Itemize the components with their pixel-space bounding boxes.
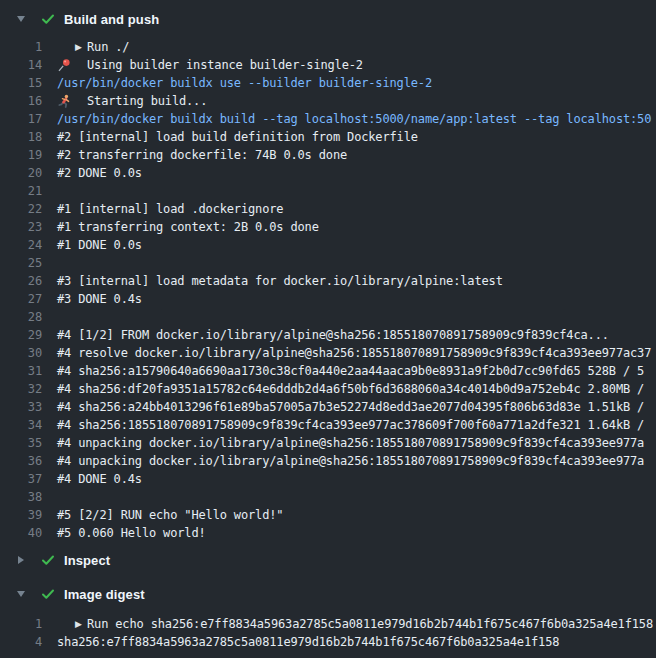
log-line: 22#1 [internal] load .dockerignore [0, 200, 656, 218]
run-arrow-icon[interactable]: ▶ [75, 38, 87, 56]
check-icon [40, 11, 56, 27]
check-icon [40, 586, 56, 602]
line-text: #4 unpacking docker.io/library/alpine@sh… [57, 454, 644, 468]
line-text-content: #4 [1/2] FROM docker.io/library/alpine@s… [57, 328, 609, 342]
line-text-content: #4 resolve docker.io/library/alpine@sha2… [57, 346, 651, 360]
line-number[interactable]: 17 [0, 112, 42, 126]
line-number[interactable]: 30 [0, 346, 42, 360]
line-text-content: #5 0.060 Hello world! [57, 526, 206, 540]
line-text: #5 0.060 Hello world! [57, 526, 206, 540]
line-number[interactable]: 20 [0, 166, 42, 180]
actions-log-viewer: { "colors": { "background": "#24292f", "… [0, 0, 656, 658]
line-number[interactable]: 29 [0, 328, 42, 342]
line-text-content: #1 [internal] load .dockerignore [57, 202, 283, 216]
line-text: Using builder instance builder-single-2 [57, 58, 363, 72]
log-line: 38 [0, 488, 656, 506]
section-log-lines: 1▶Run echo sha256:e7ff8834a5963a2785c5a0… [0, 615, 656, 651]
line-number[interactable]: 33 [0, 400, 42, 414]
line-number[interactable]: 26 [0, 274, 42, 288]
log-line: 15/usr/bin/docker buildx use --builder b… [0, 74, 656, 92]
line-number[interactable]: 34 [0, 418, 42, 432]
log-line: 33#4 sha256:a24bb4013296f61e89ba57005a7b… [0, 398, 656, 416]
line-number[interactable]: 21 [0, 184, 42, 198]
line-number[interactable]: 32 [0, 382, 42, 396]
runner-icon [57, 94, 71, 108]
line-number[interactable]: 31 [0, 364, 42, 378]
line-number[interactable]: 25 [0, 256, 42, 270]
chevron-down-icon[interactable] [14, 12, 28, 26]
line-text: #4 DONE 0.4s [57, 472, 142, 486]
log-line: 19#2 transferring dockerfile: 74B 0.0s d… [0, 146, 656, 164]
line-number[interactable]: 14 [0, 58, 42, 72]
line-number[interactable]: 40 [0, 526, 42, 540]
log-line: 16Starting build... [0, 92, 656, 110]
log-line: 31#4 sha256:a15790640a6690aa1730c38cf0a4… [0, 362, 656, 380]
line-text-content: /usr/bin/docker buildx build --tag local… [57, 112, 651, 126]
line-text: #2 [internal] load build definition from… [57, 130, 418, 144]
log-line: 25 [0, 254, 656, 272]
line-number[interactable]: 27 [0, 292, 42, 306]
line-text: #1 transferring context: 2B 0.0s done [57, 220, 319, 234]
section-header-build-and-push[interactable]: Build and push [0, 3, 656, 35]
line-text-content: #1 transferring context: 2B 0.0s done [57, 220, 319, 234]
run-arrow-icon[interactable]: ▶ [75, 615, 87, 633]
line-text: #3 DONE 0.4s [57, 292, 142, 306]
chevron-down-icon[interactable] [14, 587, 28, 601]
log-line: 14Using builder instance builder-single-… [0, 56, 656, 74]
log-line: 39#5 [2/2] RUN echo "Hello world!" [0, 506, 656, 524]
line-text: #3 [internal] load metadata for docker.i… [57, 274, 503, 288]
line-number[interactable]: 35 [0, 436, 42, 450]
line-text: #5 [2/2] RUN echo "Hello world!" [57, 508, 283, 522]
log-line: 40#5 0.060 Hello world! [0, 524, 656, 542]
line-text: #1 DONE 0.0s [57, 238, 142, 252]
line-number[interactable]: 19 [0, 148, 42, 162]
log-line: 36#4 unpacking docker.io/library/alpine@… [0, 452, 656, 470]
line-number[interactable]: 22 [0, 202, 42, 216]
line-text-content: sha256:e7ff8834a5963a2785c5a0811e979d16b… [57, 635, 559, 649]
line-text-content: #4 unpacking docker.io/library/alpine@sh… [57, 454, 644, 468]
line-text-content: #4 DONE 0.4s [57, 472, 142, 486]
line-number[interactable]: 37 [0, 472, 42, 486]
log-line: 34#4 sha256:185518070891758909c9f839cf4c… [0, 416, 656, 434]
line-number[interactable]: 4 [0, 635, 42, 649]
section-header-image-digest[interactable]: Image digest [0, 578, 656, 610]
section-header-inspect[interactable]: Inspect [0, 544, 656, 576]
line-number[interactable]: 23 [0, 220, 42, 234]
log-section-inspect: Inspect [0, 544, 656, 576]
log-line: 35#4 unpacking docker.io/library/alpine@… [0, 434, 656, 452]
line-text-content: #1 DONE 0.0s [57, 238, 142, 252]
line-number[interactable]: 38 [0, 490, 42, 504]
line-number[interactable]: 16 [0, 94, 42, 108]
line-number[interactable]: 15 [0, 76, 42, 90]
log-line: 1▶Run echo sha256:e7ff8834a5963a2785c5a0… [0, 615, 656, 633]
line-text-content: #4 sha256:df20fa9351a15782c64e6dddb2d4a6… [57, 382, 644, 396]
log-line: 18#2 [internal] load build definition fr… [0, 128, 656, 146]
log-line: 17/usr/bin/docker buildx build --tag loc… [0, 110, 656, 128]
line-number[interactable]: 1 [0, 40, 42, 54]
line-number[interactable]: 24 [0, 238, 42, 252]
pushpin-icon [57, 58, 71, 72]
section-title: Build and push [64, 12, 159, 27]
line-text: #4 unpacking docker.io/library/alpine@sh… [57, 436, 644, 450]
line-number[interactable]: 28 [0, 310, 42, 324]
line-text: ▶Run echo sha256:e7ff8834a5963a2785c5a08… [57, 615, 653, 633]
line-text-content: Run ./ [87, 40, 129, 54]
command-line-text: /usr/bin/docker buildx use --builder bui… [57, 76, 432, 90]
chevron-right-icon[interactable] [14, 553, 28, 567]
line-text-content: /usr/bin/docker buildx use --builder bui… [57, 76, 432, 90]
line-number[interactable]: 1 [0, 617, 42, 631]
line-text-content: Using builder instance builder-single-2 [87, 58, 363, 72]
line-number[interactable]: 18 [0, 130, 42, 144]
log-line: 24#1 DONE 0.0s [0, 236, 656, 254]
check-icon [40, 552, 56, 568]
line-number[interactable]: 36 [0, 454, 42, 468]
line-number[interactable]: 39 [0, 508, 42, 522]
line-text-content: #3 [internal] load metadata for docker.i… [57, 274, 503, 288]
log-root: Build and push1▶Run ./14Using builder in… [0, 0, 656, 651]
line-text-content: #4 unpacking docker.io/library/alpine@sh… [57, 436, 644, 450]
log-line: 1▶Run ./ [0, 38, 656, 56]
line-text: #4 sha256:df20fa9351a15782c64e6dddb2d4a6… [57, 382, 644, 396]
line-text: #4 sha256:a15790640a6690aa1730c38cf0a440… [57, 364, 644, 378]
line-text: #4 [1/2] FROM docker.io/library/alpine@s… [57, 328, 609, 342]
line-text-content: #5 [2/2] RUN echo "Hello world!" [57, 508, 283, 522]
